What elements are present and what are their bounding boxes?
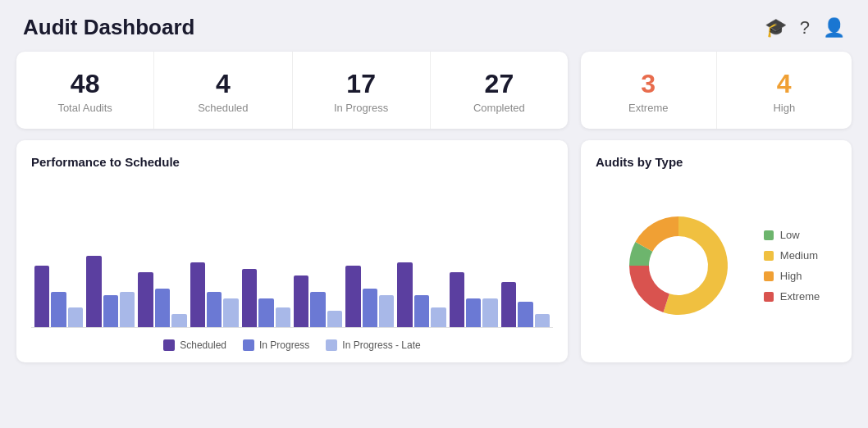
performance-chart-card: Performance to Schedule Scheduled In Pro…: [16, 140, 568, 362]
chart-legend: Scheduled In Progress In Progress - Late: [31, 339, 553, 351]
bar-inprogress: [414, 295, 429, 328]
bar-late: [223, 298, 238, 328]
inprogress-value: 17: [346, 70, 376, 98]
bar-scheduled: [242, 269, 257, 327]
bar-late: [535, 314, 550, 327]
completed-label: Completed: [473, 102, 525, 114]
stat-total-audits: 48 Total Audits: [16, 52, 154, 129]
bar-group: [345, 266, 394, 327]
left-panel: 48 Total Audits 4 Scheduled 17 In Progre…: [16, 52, 568, 362]
stats-card: 48 Total Audits 4 Scheduled 17 In Progre…: [16, 52, 568, 129]
bar-scheduled: [450, 272, 464, 327]
donut-legend-dot-low: [764, 230, 774, 240]
total-audits-label: Total Audits: [57, 102, 112, 114]
late-legend-dot: [326, 339, 337, 351]
bar-inprogress: [466, 298, 481, 328]
bar-inprogress: [518, 302, 532, 328]
scheduled-legend-dot: [163, 339, 175, 351]
high-value: 4: [777, 70, 792, 98]
donut-legend-dot-extreme: [764, 292, 774, 302]
bar-group: [294, 275, 342, 327]
stat-extreme: 3 Extreme: [581, 52, 717, 129]
bar-group: [138, 272, 186, 327]
donut-legend-item-medium: Medium: [764, 249, 820, 262]
bar-inprogress: [51, 292, 66, 327]
bar-scheduled: [294, 275, 308, 327]
bar-late: [482, 298, 497, 328]
bar-group: [450, 272, 498, 327]
bar-scheduled: [34, 266, 49, 327]
right-stats-card: 3 Extreme 4 High: [581, 52, 852, 129]
bar-group: [397, 262, 445, 327]
bar-group: [86, 256, 135, 327]
donut-legend-dot-high: [764, 271, 774, 281]
legend-inprogress: In Progress: [243, 339, 309, 351]
legend-scheduled: Scheduled: [163, 339, 226, 351]
bar-late: [431, 307, 445, 327]
bar-late: [68, 307, 83, 327]
bar-inprogress: [207, 292, 222, 327]
total-audits-value: 48: [71, 70, 100, 98]
extreme-label: Extreme: [628, 102, 668, 114]
bar-group: [501, 282, 550, 327]
inprogress-legend-label: In Progress: [259, 339, 309, 351]
scheduled-value: 4: [216, 70, 231, 98]
donut-segment-extreme: [629, 266, 669, 312]
bar-inprogress: [103, 295, 118, 328]
bar-inprogress: [363, 289, 377, 327]
bar-scheduled: [345, 266, 360, 327]
donut-title: Audits by Type: [596, 155, 837, 169]
donut-legend-label-low: Low: [780, 229, 800, 241]
bar-group: [34, 266, 83, 327]
bar-late: [171, 314, 186, 327]
bar-scheduled: [501, 282, 516, 327]
legend-late: In Progress - Late: [326, 339, 420, 351]
donut-chart-card: Audits by Type LowMediumHighExtreme: [581, 140, 852, 362]
main-content: 48 Total Audits 4 Scheduled 17 In Progre…: [0, 52, 868, 376]
user-icon[interactable]: 👤: [823, 17, 845, 39]
bar-late: [327, 311, 342, 327]
header-icons: 🎓 ? 👤: [765, 17, 845, 39]
bar-inprogress: [258, 298, 273, 328]
chart-title: Performance to Schedule: [31, 155, 553, 169]
donut-legend-label-medium: Medium: [780, 249, 818, 262]
bar-late: [379, 295, 394, 328]
bar-group: [242, 269, 290, 327]
donut-legend: LowMediumHighExtreme: [764, 229, 820, 303]
bar-late: [276, 307, 290, 327]
scheduled-label: Scheduled: [198, 102, 248, 114]
bar-group: [190, 262, 239, 327]
donut-content: LowMediumHighExtreme: [596, 180, 837, 351]
right-panel: 3 Extreme 4 High Audits by Type LowMediu…: [581, 52, 852, 362]
help-icon[interactable]: ?: [800, 17, 810, 39]
extreme-value: 3: [641, 70, 656, 98]
stat-completed: 27 Completed: [431, 52, 568, 129]
donut-legend-dot-medium: [764, 251, 774, 261]
scheduled-legend-label: Scheduled: [180, 339, 226, 351]
bar-inprogress: [155, 289, 170, 327]
donut-legend-item-high: High: [764, 270, 820, 282]
inprogress-label: In Progress: [334, 102, 388, 114]
page-title: Audit Dashboard: [23, 15, 194, 40]
high-label: High: [773, 102, 795, 114]
app-header: Audit Dashboard 🎓 ? 👤: [0, 0, 868, 52]
bar-chart: [31, 180, 553, 328]
completed-value: 27: [485, 70, 514, 98]
bar-inprogress: [310, 292, 325, 327]
donut-legend-label-extreme: Extreme: [780, 290, 820, 303]
stat-high: 4 High: [717, 52, 852, 129]
bar-scheduled: [397, 262, 412, 327]
bar-scheduled: [190, 262, 205, 327]
inprogress-legend-dot: [243, 339, 254, 351]
donut-legend-item-extreme: Extreme: [764, 290, 820, 303]
stat-scheduled: 4 Scheduled: [154, 52, 292, 129]
bar-scheduled: [86, 256, 101, 327]
donut-svg: [613, 200, 744, 331]
donut-legend-item-low: Low: [764, 229, 820, 241]
graduation-cap-icon[interactable]: 🎓: [765, 17, 787, 39]
bar-late: [120, 292, 135, 327]
bar-scheduled: [138, 272, 153, 327]
donut-legend-label-high: High: [780, 270, 802, 282]
stat-inprogress: 17 In Progress: [293, 52, 431, 129]
late-legend-label: In Progress - Late: [342, 339, 420, 351]
